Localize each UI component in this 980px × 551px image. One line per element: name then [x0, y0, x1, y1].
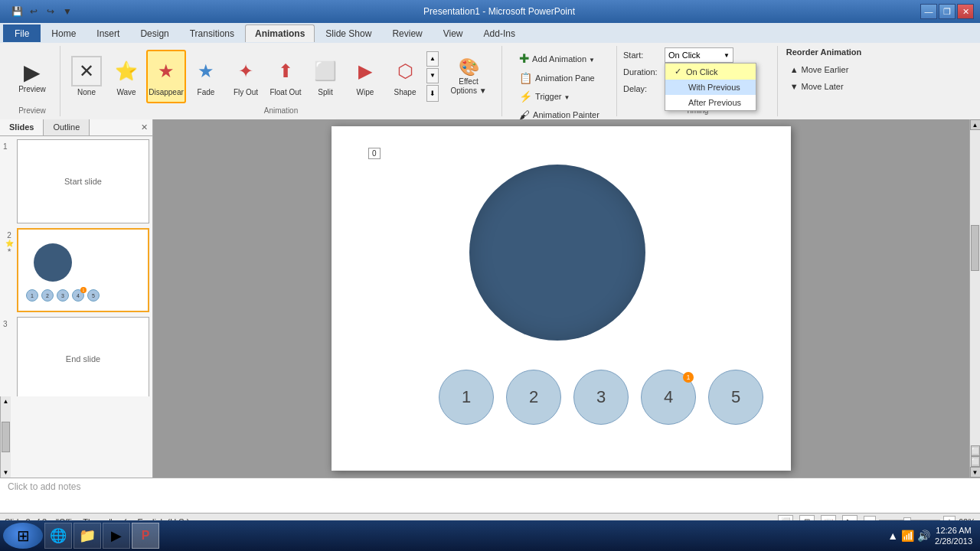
dropdown-item-afterprevious[interactable]: After Previous	[665, 95, 756, 110]
tab-animations[interactable]: Animations	[245, 24, 315, 42]
trigger-button[interactable]: ⚡ Trigger ▼	[514, 88, 575, 105]
tab-outline[interactable]: Outline	[44, 119, 90, 135]
systray-arrow[interactable]: ▲	[887, 530, 898, 542]
scroll-up[interactable]: ▲	[1, 396, 11, 406]
preview-button[interactable]: ▶ Preview	[11, 50, 54, 103]
systray: ▲ 📶 🔊	[887, 530, 930, 542]
tab-slides[interactable]: Slides	[0, 119, 44, 135]
systray-volume: 🔊	[917, 530, 930, 542]
anim-tag-value: 0	[372, 149, 377, 158]
taskbar-right: ▲ 📶 🔊 12:26 AM 2/28/2013	[887, 525, 977, 547]
move-later-label: Move Later	[802, 82, 844, 91]
animation-none[interactable]: ✕ None	[67, 50, 106, 103]
animation-group: ✕ None ⭐ Wave ★ Disappear ★ Fade	[60, 46, 502, 116]
slide-thumb-3[interactable]: End slide	[17, 317, 149, 396]
timing-dropdown-menu: ✓ On Click With Previous After Previous	[665, 63, 756, 111]
scroll-down-button[interactable]: ▼	[426, 68, 439, 83]
maximize-button[interactable]: ❐	[939, 4, 956, 19]
scroll-up-button[interactable]: ▲	[426, 51, 439, 67]
animation-pane-button[interactable]: 📋 Animation Pane	[514, 70, 600, 86]
circle-label-3: 3	[596, 387, 606, 407]
animation-split-label: Split	[318, 88, 332, 96]
taskbar: ⊞ 🌐 📁 ▶ P ▲ 📶 🔊 12:26 AM 2/28/2013	[0, 520, 980, 551]
redo-button[interactable]: ↪	[43, 4, 58, 19]
bottom-circle-3[interactable]: 3	[573, 370, 629, 425]
tab-home[interactable]: Home	[41, 24, 86, 42]
canvas-scroll-track	[970, 130, 980, 445]
undo-button[interactable]: ↩	[26, 4, 41, 19]
main-circle[interactable]	[469, 165, 645, 341]
panel-close-button[interactable]: ✕	[136, 119, 152, 135]
move-earlier-button[interactable]: ▲ Move Earlier	[786, 63, 853, 77]
animation-pane-icon: 📋	[519, 72, 532, 84]
tab-view[interactable]: View	[433, 24, 473, 42]
close-button[interactable]: ✕	[957, 4, 974, 19]
timing-start-dropdown[interactable]: On Click ▼ ✓ On Click With Previous	[665, 47, 733, 63]
canvas-scroll-down[interactable]: ▼	[970, 467, 981, 478]
slide-item-2[interactable]: 2 ⭐ ★ 1 2 3 4 1	[3, 228, 149, 312]
dropdown-item-withprevious[interactable]: With Previous	[665, 80, 756, 95]
slide-item-3[interactable]: 3 End slide	[3, 317, 149, 396]
animation-shape[interactable]: ⬡ Shape	[385, 50, 425, 103]
tab-review[interactable]: Review	[382, 24, 432, 42]
slides-scrollbar[interactable]: ▲ ▼	[0, 396, 11, 478]
bottom-circle-1[interactable]: 1	[439, 370, 494, 425]
bottom-circle-4[interactable]: 4	[641, 370, 696, 425]
taskbar-icon-ie[interactable]: 🌐	[44, 523, 72, 549]
canvas-scroll-handle[interactable]	[971, 225, 979, 271]
slides-list: 1 Start slide 2 ⭐ ★ 1 2	[0, 136, 152, 396]
canvas-scroll-middle2[interactable]: ⬜	[971, 456, 980, 467]
notes-area[interactable]: Click to add notes	[0, 478, 980, 513]
move-later-button[interactable]: ▼ Move Later	[786, 80, 848, 93]
animation-disappear[interactable]: ★ Disappear	[146, 50, 186, 103]
animation-disappear-label: Disappear	[149, 88, 184, 96]
slide-thumb-1[interactable]: Start slide	[17, 139, 149, 223]
tab-design[interactable]: Design	[130, 24, 178, 42]
slide-item-1[interactable]: 1 Start slide	[3, 139, 149, 223]
bottom-circle-5[interactable]: 5	[708, 370, 763, 425]
circle-label-5: 5	[731, 387, 740, 407]
bottom-circle-2[interactable]: 2	[506, 370, 561, 425]
tab-addins[interactable]: Add-Ins	[474, 24, 525, 42]
animation-split[interactable]: ⬜ Split	[305, 50, 345, 103]
tab-file[interactable]: File	[3, 24, 41, 42]
circle-label-2: 2	[529, 387, 538, 407]
scroll-down[interactable]: ▼	[1, 468, 11, 478]
tab-insert[interactable]: Insert	[87, 24, 129, 42]
qat-more-button[interactable]: ▼	[60, 4, 75, 19]
move-earlier-icon: ▲	[790, 65, 799, 74]
slide-thumb-2[interactable]: 1 2 3 4 1 5	[17, 228, 149, 312]
scrollbar-thumb[interactable]	[2, 422, 10, 452]
save-button[interactable]: 💾	[9, 4, 24, 19]
check-icon: ✓	[675, 67, 681, 77]
animation-fade[interactable]: ★ Fade	[186, 50, 226, 103]
animation-painter-label: Animation Painter	[533, 110, 599, 119]
slide2-circle-1: 1	[26, 289, 38, 302]
canvas-scroll-middle[interactable]: ⬜	[971, 445, 980, 456]
animation-wipe[interactable]: ▶ Wipe	[345, 50, 385, 103]
tab-slideshow[interactable]: Slide Show	[315, 24, 381, 42]
effect-options-button[interactable]: 🎨 EffectOptions ▼	[442, 50, 495, 103]
date-display: 2/28/2013	[935, 536, 972, 546]
taskbar-icon-powerpoint[interactable]: P	[132, 523, 159, 549]
start-button[interactable]: ⊞	[3, 523, 43, 549]
animation-wave[interactable]: ⭐ Wave	[106, 50, 146, 103]
effect-options-label: EffectOptions ▼	[450, 77, 486, 96]
minimize-button[interactable]: —	[920, 4, 937, 19]
animation-floatout-label: Float Out	[270, 88, 301, 96]
ribbon-content: ▶ Preview Preview ✕ None ⭐ Wave	[0, 43, 980, 119]
animation-floatout[interactable]: ⬆ Float Out	[266, 50, 305, 103]
scroll-more-button[interactable]: ⬇	[426, 85, 439, 102]
taskbar-icon-files[interactable]: 📁	[74, 523, 101, 549]
animation-flyout[interactable]: ✦ Fly Out	[226, 50, 266, 103]
reorder-group: Reorder Animation ▲ Move Earlier ▼ Move …	[778, 46, 870, 116]
animation-wipe-label: Wipe	[357, 88, 374, 96]
dropdown-item-withprevious-label: With Previous	[688, 83, 740, 92]
quick-access-toolbar: 💾 ↩ ↪ ▼	[6, 4, 78, 19]
tab-transitions[interactable]: Transitions	[180, 24, 244, 42]
add-animation-button[interactable]: ✚ Add Animation ▼	[514, 49, 600, 68]
taskbar-icon-media[interactable]: ▶	[103, 523, 130, 549]
animation-none-label: None	[77, 88, 96, 96]
dropdown-item-onclick[interactable]: ✓ On Click	[665, 64, 756, 80]
canvas-scroll-up[interactable]: ▲	[970, 119, 981, 130]
